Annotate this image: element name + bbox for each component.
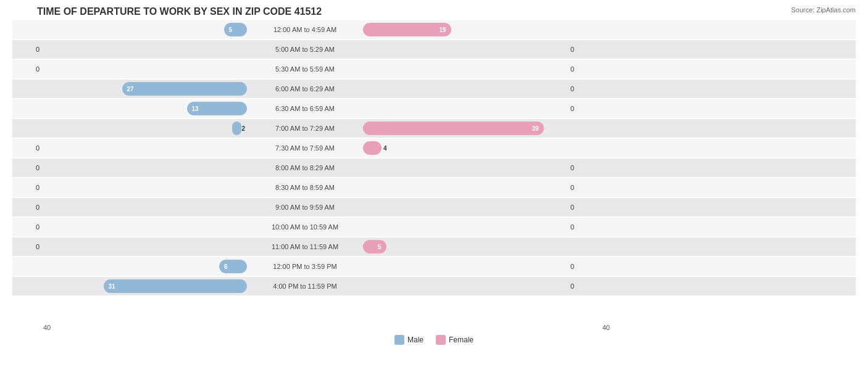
chart-row: 0 10:00 AM to 10:59 AM 0 bbox=[12, 218, 856, 236]
male-bar-label: 27 bbox=[127, 86, 134, 93]
time-label: 8:30 AM to 8:59 AM bbox=[247, 184, 363, 191]
male-bar: 27 bbox=[122, 82, 248, 96]
male-bar-label: 5 bbox=[229, 27, 233, 33]
right-value: 0 bbox=[567, 85, 598, 93]
male-bar-label: 6 bbox=[224, 263, 228, 270]
right-value: 0 bbox=[567, 223, 598, 231]
chart-row: 0 5:30 AM to 5:59 AM 0 bbox=[12, 60, 856, 78]
time-label: 6:00 AM to 6:29 AM bbox=[247, 85, 363, 93]
female-bar bbox=[363, 141, 382, 155]
time-label: 7:00 AM to 7:29 AM bbox=[247, 125, 363, 132]
time-label: 7:30 AM to 7:59 AM bbox=[247, 144, 363, 152]
male-legend-label: Male bbox=[407, 336, 424, 344]
source-text: Source: ZipAtlas.com bbox=[791, 6, 856, 14]
chart-row: 31 4:00 PM to 11:59 PM 0 bbox=[12, 277, 856, 295]
chart-row: 2 7:00 AM to 7:29 AM 39 bbox=[12, 119, 856, 138]
left-bar-area: 13 bbox=[43, 102, 247, 115]
time-label: 10:00 AM to 10:59 AM bbox=[247, 223, 363, 231]
time-label: 9:00 AM to 9:59 AM bbox=[247, 204, 363, 211]
right-value: 0 bbox=[567, 105, 598, 112]
legend-male: Male bbox=[394, 335, 424, 345]
right-bar-area: 5 bbox=[363, 240, 567, 254]
left-bar-area: 2 bbox=[43, 122, 247, 135]
left-value: 0 bbox=[12, 223, 43, 231]
male-bar: 6 bbox=[219, 260, 247, 273]
chart-row: 0 5:00 AM to 5:29 AM 0 bbox=[12, 40, 856, 59]
right-bar-area: 19 bbox=[363, 23, 567, 36]
female-bar-label: 39 bbox=[532, 125, 538, 132]
legend-female: Female bbox=[436, 335, 474, 345]
female-bar-label: 19 bbox=[439, 27, 446, 33]
left-value: 0 bbox=[12, 164, 43, 171]
time-label: 5:00 AM to 5:29 AM bbox=[247, 46, 363, 53]
time-label: 5:30 AM to 5:59 AM bbox=[247, 65, 363, 73]
chart-row: 13 6:30 AM to 6:59 AM 0 bbox=[12, 99, 856, 118]
left-value: 0 bbox=[12, 46, 43, 53]
female-bar-outer-label: 4 bbox=[383, 145, 387, 152]
chart-row: 0 8:30 AM to 8:59 AM 0 bbox=[12, 178, 856, 197]
male-bar: 13 bbox=[187, 102, 248, 115]
chart-row: 0 7:30 AM to 7:59 AM 4 bbox=[12, 139, 856, 157]
time-label: 12:00 AM to 4:59 AM bbox=[247, 26, 363, 33]
time-label: 8:00 AM to 8:29 AM bbox=[247, 164, 363, 171]
male-bar: 31 bbox=[104, 279, 248, 293]
female-bar-label: 5 bbox=[378, 244, 382, 250]
left-bar-area: 6 bbox=[43, 260, 247, 273]
chart-title: TIME OF DEPARTURE TO WORK BY SEX IN ZIP … bbox=[12, 6, 856, 17]
male-bar: 5 bbox=[224, 23, 248, 36]
male-bar-outer-label: 2 bbox=[241, 125, 245, 132]
male-bar-label: 13 bbox=[192, 105, 199, 112]
time-label: 6:30 AM to 6:59 AM bbox=[247, 105, 363, 112]
chart-row: 5 12:00 AM to 4:59 AM 19 bbox=[12, 20, 856, 39]
right-value: 0 bbox=[567, 282, 598, 290]
chart-row: 6 12:00 PM to 3:59 PM 0 bbox=[12, 257, 856, 276]
left-bar-area: 31 bbox=[43, 279, 247, 293]
left-bar-area: 27 bbox=[43, 82, 247, 96]
female-bar: 5 bbox=[363, 240, 386, 254]
left-value: 0 bbox=[12, 204, 43, 211]
chart-area: 5 12:00 AM to 4:59 AM 19 0 5:00 AM to 5:… bbox=[12, 20, 856, 323]
male-legend-box bbox=[394, 335, 404, 345]
left-value: 0 bbox=[12, 184, 43, 191]
right-bar-area: 4 bbox=[363, 141, 567, 155]
right-value: 0 bbox=[567, 263, 598, 270]
time-label: 4:00 PM to 11:59 PM bbox=[247, 282, 363, 290]
male-bar bbox=[232, 122, 241, 135]
left-value: 0 bbox=[12, 243, 43, 250]
left-bar-area: 5 bbox=[43, 23, 247, 36]
left-value: 0 bbox=[12, 144, 43, 152]
right-value: 0 bbox=[567, 65, 598, 73]
female-bar: 39 bbox=[363, 122, 544, 135]
chart-container: TIME OF DEPARTURE TO WORK BY SEX IN ZIP … bbox=[0, 0, 868, 367]
right-value: 0 bbox=[567, 46, 598, 53]
time-label: 11:00 AM to 11:59 AM bbox=[247, 243, 363, 250]
female-legend-box bbox=[436, 335, 446, 345]
x-axis-right: 40 bbox=[603, 324, 610, 331]
right-value: 0 bbox=[567, 164, 598, 171]
left-value: 0 bbox=[12, 65, 43, 73]
x-axis-left: 40 bbox=[43, 324, 51, 331]
male-bar-label: 31 bbox=[109, 283, 115, 290]
chart-row: 0 8:00 AM to 8:29 AM 0 bbox=[12, 159, 856, 177]
chart-row: 0 11:00 AM to 11:59 AM 5 bbox=[12, 237, 856, 256]
female-legend-label: Female bbox=[449, 336, 474, 344]
time-label: 12:00 PM to 3:59 PM bbox=[247, 263, 363, 270]
right-value: 0 bbox=[567, 184, 598, 191]
right-value: 0 bbox=[567, 204, 598, 211]
legend: Male Female bbox=[12, 335, 856, 345]
chart-row: 27 6:00 AM to 6:29 AM 0 bbox=[12, 80, 856, 98]
right-bar-area: 39 bbox=[363, 122, 567, 135]
female-bar: 19 bbox=[363, 23, 451, 36]
chart-row: 0 9:00 AM to 9:59 AM 0 bbox=[12, 198, 856, 216]
